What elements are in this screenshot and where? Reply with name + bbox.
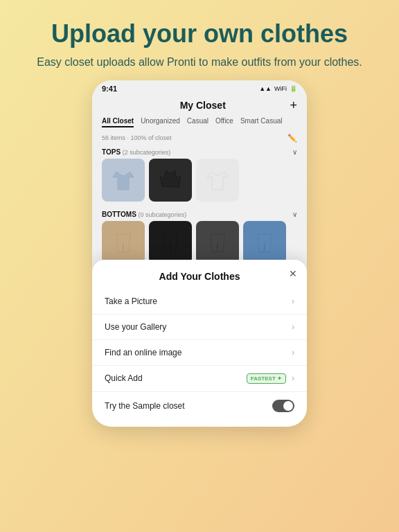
take-picture-label: Take a Picture [105,296,157,306]
subtitle: Easy closet uploads allow Pronti to make… [37,55,362,70]
items-count-bar: 56 items · 100% of closet ✏️ [92,132,307,145]
online-image-label: Find an online image [105,348,181,357]
chevron-right-icon: › [292,348,294,357]
bottom-sheet: ✕ Add Your Clothes Take a Picture › Use … [92,260,307,427]
main-title: Upload your own clothes [37,19,362,48]
clothing-item[interactable] [102,221,145,264]
bottoms-row [102,221,297,264]
section-header-bottoms: BOTTOMS (0 subcategories) ∨ [102,207,297,221]
items-count-text: 56 items · 100% of closet [102,134,172,141]
section-tops: TOPS (2 subcategories) ∨ [92,145,307,202]
clothing-item[interactable] [243,221,286,264]
sample-closet-label: Try the Sample closet [105,401,185,411]
sample-closet-toggle[interactable] [272,400,294,412]
status-icons: ▲▲ WiFi 🔋 [259,85,297,92]
gallery-label: Use your Gallery [105,322,166,332]
tops-row [102,159,297,202]
toggle-knob [283,401,293,411]
quick-add-label: Quick Add [105,373,143,383]
wifi-icon: WiFi [274,85,287,92]
chevron-bottoms[interactable]: ∨ [292,211,297,218]
sheet-item-online-image[interactable]: Find an online image › [92,340,307,366]
status-bar: 9:41 ▲▲ WiFi 🔋 [92,80,307,96]
tab-unorganized[interactable]: Unorganized [141,117,180,127]
fastest-badge: FASTEST ✦ [247,373,286,384]
section-title-tops: TOPS (2 subcategories) [102,148,170,156]
section-sub-tops: (2 subcategories) [123,149,171,156]
close-button[interactable]: ✕ [289,268,297,279]
take-picture-right: › [292,296,294,306]
section-bottoms: BOTTOMS (0 subcategories) ∨ [92,207,307,264]
section-sub-bottoms: (0 subcategories) [139,211,187,218]
page-wrapper: Upload your own clothes Easy closet uplo… [0,0,399,532]
add-button[interactable]: + [290,98,297,113]
chevron-right-icon: › [292,373,294,383]
section-title-bottoms: BOTTOMS (0 subcategories) [102,211,186,218]
chevron-right-icon: › [292,322,294,332]
sheet-item-sample-closet[interactable]: Try the Sample closet [92,392,307,420]
app-header: My Closet + [92,96,307,117]
quick-add-right: FASTEST ✦ › [247,373,294,384]
tab-office[interactable]: Office [215,117,233,127]
header-section: Upload your own clothes Easy closet uplo… [9,19,390,71]
sheet-item-take-picture[interactable]: Take a Picture › [92,289,307,314]
chevron-right-icon: › [292,296,294,306]
edit-icon[interactable]: ✏️ [287,134,297,143]
tab-smart-casual[interactable]: Smart Casual [240,117,283,127]
online-image-right: › [292,348,294,357]
tab-casual[interactable]: Casual [187,117,209,127]
sample-closet-right [272,400,294,412]
category-tabs: All Closet Unorganized Casual Office Sma… [92,117,307,132]
clothing-item[interactable] [149,159,192,202]
gallery-right: › [292,322,294,332]
signal-icon: ▲▲ [259,85,272,92]
tab-all-closet[interactable]: All Closet [102,117,134,127]
clothing-item[interactable] [102,159,145,202]
clothing-item[interactable] [196,159,239,202]
sheet-title: Add Your Clothes [92,271,307,282]
sheet-item-quick-add[interactable]: Quick Add FASTEST ✦ › [92,366,307,392]
status-time: 9:41 [102,85,117,93]
app-title: My Closet [116,100,290,111]
clothing-item[interactable] [196,221,239,264]
clothing-item[interactable] [149,221,192,264]
battery-icon: 🔋 [290,85,297,92]
section-header-tops: TOPS (2 subcategories) ∨ [102,145,297,159]
phone-mockup: 9:41 ▲▲ WiFi 🔋 My Closet + All Closet Un… [92,80,307,427]
sheet-item-gallery[interactable]: Use your Gallery › [92,314,307,340]
chevron-tops[interactable]: ∨ [292,148,297,156]
